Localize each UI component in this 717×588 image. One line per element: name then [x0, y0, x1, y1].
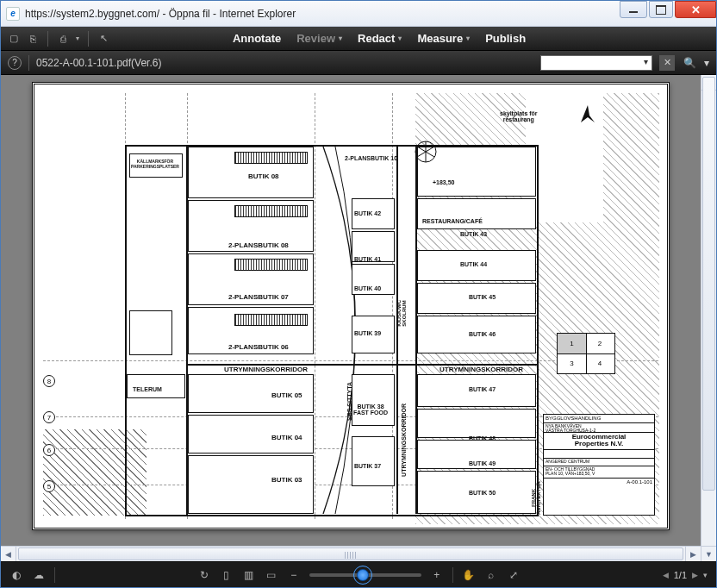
room: [352, 374, 395, 426]
page-indicator: 1/1: [674, 570, 687, 580]
floor-plan: 8 7 6 5 BUTIK 08 2-PLANSBUTIK 08 2-PLANS…: [43, 93, 658, 519]
grid-marker-5: 5: [43, 480, 55, 492]
window-title: https://system2.byggnet.com/ - Öppna fil…: [25, 8, 296, 20]
help-icon[interactable]: ?: [8, 56, 22, 70]
room: [188, 455, 314, 514]
browser-window: e https://system2.byggnet.com/ - Öppna f…: [0, 0, 717, 588]
next-page-button[interactable]: ▶: [692, 571, 698, 579]
zoom-out-icon[interactable]: −: [287, 568, 301, 582]
label-2planbutik10: 2-PLANSBUTIK 10: [345, 155, 397, 161]
label-butik44: BUTIK 44: [460, 261, 487, 267]
new-doc-icon[interactable]: ▢: [8, 33, 20, 45]
label-level: +183,50: [433, 179, 455, 185]
window-minimize-button[interactable]: [620, 1, 647, 18]
window-close-button[interactable]: ✕: [675, 1, 716, 18]
label-utrym-v: UTRYMNINGSKORRIDOR: [401, 403, 407, 477]
north-arrow-icon: [577, 103, 598, 128]
room: [417, 409, 536, 438]
clear-compare-button[interactable]: ✕: [659, 55, 675, 71]
rotate-icon[interactable]: ↻: [197, 568, 211, 582]
divider: [28, 55, 29, 71]
label-butik40: BUTIK 40: [354, 285, 381, 291]
print-icon[interactable]: ⎙: [57, 33, 69, 45]
menu-annotate[interactable]: Annotate: [233, 32, 281, 45]
horizontal-scrollbar[interactable]: ◀ ▶: [1, 546, 701, 561]
page-dropdown-caret[interactable]: ▾: [703, 571, 708, 579]
page-navigator: ◀ 1/1 ▶ ▾: [663, 570, 708, 580]
document-page[interactable]: 8 7 6 5 BUTIK 08 2-PLANSBUTIK 08 2-PLANS…: [32, 82, 670, 530]
grid-marker-6: 6: [43, 444, 55, 456]
single-page-icon[interactable]: ▯: [220, 568, 234, 582]
cloud-icon[interactable]: ☁: [32, 568, 46, 582]
document-filename: 0522-A-00.1-101.pdf(Ver.6): [36, 57, 161, 69]
document-toolbar: ? 0522-A-00.1-101.pdf(Ver.6) ✕ 🔍 ▾: [1, 51, 716, 75]
label-butik04: BUTIK 04: [271, 434, 302, 441]
label-2planbutik06: 2-PLANSBUTIK 06: [228, 343, 289, 351]
print-dropdown-caret[interactable]: ▾: [76, 34, 79, 42]
window-maximize-button[interactable]: [649, 1, 673, 18]
search-icon[interactable]: 🔍: [682, 55, 697, 71]
escalator: [234, 205, 308, 217]
contrast-icon[interactable]: ◐: [9, 568, 23, 582]
menu-publish[interactable]: Publish: [485, 32, 526, 45]
label-utrym: UTRYMNINGSKORRIDOR: [224, 366, 308, 373]
label-utrym2: UTRYMNINGSKORRIDOR: [440, 366, 523, 373]
divider: [88, 31, 89, 47]
menu-review[interactable]: Review▾: [296, 32, 342, 45]
label-2planbutik08: 2-PLANSBUTIK 08: [228, 241, 289, 249]
room: [352, 436, 395, 486]
wall: [396, 147, 398, 514]
scroll-left-button[interactable]: ◀: [1, 547, 16, 561]
label-kiosk: KIOSK/WC SKOLRUM: [396, 300, 407, 327]
save-icon[interactable]: ⎘: [27, 33, 39, 45]
room: [129, 310, 172, 355]
titlebar: e https://system2.byggnet.com/ - Öppna f…: [1, 1, 716, 27]
search-dropdown-caret[interactable]: ▾: [704, 57, 709, 69]
label-sbs: SBS SITTYTA: [346, 382, 352, 421]
label-2planbutik07: 2-PLANSBUTIK 07: [228, 293, 289, 301]
menu-redact[interactable]: Redact▾: [358, 32, 402, 45]
scroll-thumb[interactable]: [702, 77, 715, 491]
scroll-right-button[interactable]: ▶: [685, 547, 701, 561]
main-menubar: ▢ ⎘ ⎙ ▾ ↖ Annotate Review▾ Redact▾ Measu…: [1, 27, 716, 51]
revolving-door-icon: [414, 140, 438, 164]
compare-dropdown[interactable]: [540, 55, 652, 71]
zoom-region-icon[interactable]: ⌕: [484, 568, 498, 582]
prev-page-button[interactable]: ◀: [663, 571, 669, 579]
keyplan: 1 2 3 4: [557, 333, 615, 374]
pan-hand-icon[interactable]: ✋: [462, 568, 476, 582]
facing-page-icon[interactable]: ▭: [265, 568, 278, 582]
fit-width-icon[interactable]: ⤢: [507, 568, 521, 582]
scroll-thumb[interactable]: [18, 547, 683, 560]
label-butik50: BUTIK 50: [469, 490, 496, 496]
label-butik41: BUTIK 41: [354, 256, 381, 262]
label-restaurang: RESTAURANG/CAFÉ: [422, 218, 483, 224]
divider: [47, 31, 48, 47]
label-butik39: BUTIK 39: [354, 330, 381, 336]
cursor-icon[interactable]: ↖: [97, 33, 109, 45]
label-kallmark: KÄLLMARKSFÖR PARKERINGSPLATSER: [131, 159, 179, 169]
zoom-slider[interactable]: [309, 573, 421, 577]
label-company: Eurocommercial Properties N.V.: [544, 432, 654, 450]
label-butik38: BUTIK 38 FAST FOOD: [353, 403, 388, 416]
label-butik47: BUTIK 47: [469, 386, 496, 392]
zoom-in-icon[interactable]: +: [430, 568, 444, 582]
divider: [452, 567, 453, 583]
vertical-scrollbar[interactable]: ▲ ▼: [701, 75, 716, 561]
escalator: [234, 259, 308, 271]
ie-favicon: e: [6, 7, 20, 21]
label-telerum: TELERUM: [133, 386, 162, 392]
label-handling: BYGGLOVSHANDLING: [544, 415, 654, 422]
label-butik45: BUTIK 45: [469, 294, 496, 300]
room: [417, 198, 536, 229]
menu-measure[interactable]: Measure▾: [417, 32, 470, 45]
scroll-down-button[interactable]: ▼: [701, 546, 716, 561]
title-block: BYGGLOVSHANDLING NYA BANKVÄVENVÄSTRA TOR…: [543, 414, 655, 516]
label-butik37: BUTIK 37: [354, 463, 381, 469]
label-butik46: BUTIK 46: [469, 331, 496, 337]
label-butik08: BUTIK 08: [248, 172, 279, 180]
label-butik49: BUTIK 49: [469, 460, 496, 466]
continuous-page-icon[interactable]: ▥: [242, 568, 256, 582]
document-viewport: 8 7 6 5 BUTIK 08 2-PLANSBUTIK 08 2-PLANS…: [1, 75, 716, 561]
status-bar: ◐ ☁ ↻ ▯ ▥ ▭ − + ✋ ⌕ ⤢ ◀ 1/1 ▶ ▾: [1, 561, 716, 587]
